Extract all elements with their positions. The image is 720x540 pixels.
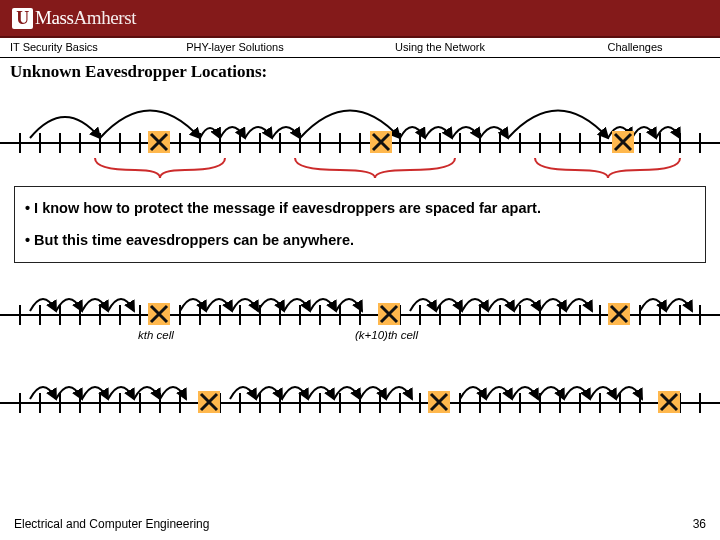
bullet-2-text: But this time eavesdroppers can be anywh… <box>34 232 354 248</box>
tab-phy-layer[interactable]: PHY-layer Solutions <box>140 38 330 57</box>
slide-footer: Electrical and Computer Engineering 36 <box>0 508 720 540</box>
label-kth-cell: kth cell <box>138 329 174 341</box>
diagram-row-2: kth cell (k+10)th cell <box>0 267 720 351</box>
bullet-box: • I know how to protect the message if e… <box>14 186 706 263</box>
logo-mass-text: Mass <box>35 7 74 29</box>
tab-challenges[interactable]: Challenges <box>550 38 720 57</box>
diagram-svg-1 <box>0 88 720 180</box>
bullet-1-text: I know how to protect the message if eav… <box>34 200 541 216</box>
label-k10-cell: (k+10)th cell <box>355 329 418 341</box>
footer-dept: Electrical and Computer Engineering <box>14 517 209 531</box>
bullet-1: • I know how to protect the message if e… <box>25 199 695 219</box>
brand-header: U Mass Amherst <box>0 0 720 38</box>
tab-it-security[interactable]: IT Security Basics <box>0 38 140 57</box>
section-tabs: IT Security Basics PHY-layer Solutions U… <box>0 38 720 58</box>
logo-u-badge: U <box>12 8 33 29</box>
diagram-svg-3 <box>0 355 720 427</box>
page-title: Unknown Eavesdropper Locations: <box>0 58 720 84</box>
diagram-row-3 <box>0 355 720 427</box>
umass-logo: U Mass Amherst <box>12 7 136 29</box>
tab-using-network[interactable]: Using the Network <box>330 38 550 57</box>
bullet-2: • But this time eavesdroppers can be any… <box>25 231 695 251</box>
footer-page-number: 36 <box>693 517 706 531</box>
diagram-row-1 <box>0 88 720 180</box>
logo-amherst-text: Amherst <box>74 7 137 29</box>
